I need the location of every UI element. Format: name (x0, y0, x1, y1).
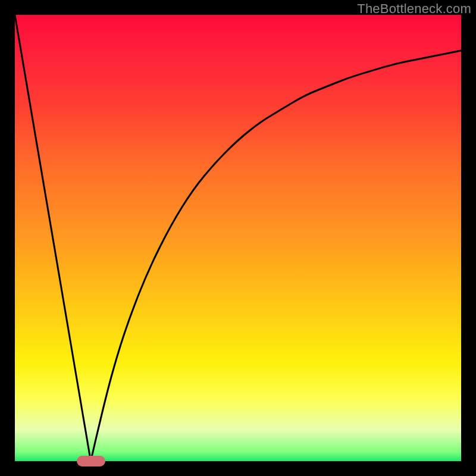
chart-lines (15, 15, 461, 461)
left-line-path (15, 15, 91, 461)
chart-frame: TheBottleneck.com (0, 0, 476, 476)
right-curve-path (91, 51, 462, 461)
bottleneck-marker (77, 456, 105, 466)
watermark-text: TheBottleneck.com (357, 1, 471, 17)
